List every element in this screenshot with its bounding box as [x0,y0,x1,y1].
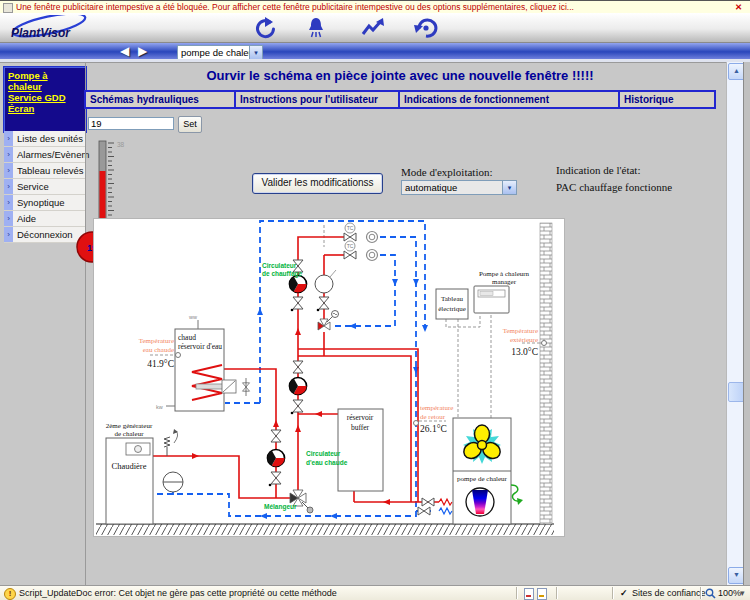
chevron-down-icon[interactable]: ▾ [249,46,262,59]
three-way-valve[interactable] [318,311,339,331]
sidebar-quicklinks: Pompe à chaleur Service GDD Écran [4,67,86,132]
valve[interactable] [271,430,281,442]
valve[interactable] [344,233,356,241]
sidebar-item-tableau-releves[interactable]: ›Tableau relevés [4,163,85,179]
mode-label: Mode d'exploitation: [401,166,493,178]
circulateur-chauffage-line2: de chauffage [262,270,302,278]
circulateur-chauffage-line1: Circulateur [262,262,297,269]
temp-retour-value: 26.1°C [420,424,447,434]
sidebar-item-liste-des-unites[interactable]: ›Liste des unités [4,131,85,147]
security-zone[interactable]: Sites de confiance [632,588,706,598]
tableau-label-line1: Tableau [441,295,464,303]
pump-circulateur-eau-chaude[interactable] [267,450,284,467]
history-replay-icon[interactable] [412,16,440,40]
ground [96,524,554,535]
sidebar-link-pompe-a-chaleur[interactable]: Pompe à chaleur [8,70,82,92]
validate-button[interactable]: Valider les modificationss [252,173,383,194]
navigation-bar [0,43,750,59]
tab-instructions[interactable]: Instructions pour l'utilisateur [236,92,400,107]
sidebar-item-deconnexion[interactable]: ›Déconnexion [4,227,85,243]
plantvisor-logo: PlantVisor [5,15,95,42]
sidebar-link-service-gdd[interactable]: Service GDD [8,92,82,103]
svg-text:TC: TC [347,243,354,249]
valve[interactable] [271,472,281,484]
nav-forward-icon[interactable]: ▶ [138,44,147,58]
tab-historique[interactable]: Historique [620,92,714,107]
popup-blocked-message[interactable]: Une fenêtre publicitaire intempestive a … [16,2,574,12]
return-temp-sensor [414,421,419,426]
arrow-right-icon: › [4,179,13,194]
sidebar-item-service[interactable]: ›Service [4,179,85,195]
circulateur-eau-chaude-line1: Circulateur [306,450,341,457]
zoom-caret-icon[interactable]: ▾ [740,588,745,598]
mode-dropdown[interactable]: automatique ▾ [401,180,517,195]
arrow-right-icon: › [4,195,13,210]
safety-valve [164,429,178,456]
valve[interactable] [319,297,329,309]
vertical-scrollbar[interactable]: ▲ ▼ [726,62,744,585]
arrow-right-icon: › [4,131,13,146]
arrow-right-icon: › [4,227,13,242]
valve[interactable] [344,251,356,259]
zoom-magnifier-icon[interactable] [705,588,716,599]
zoom-level[interactable]: 100% [718,588,741,598]
svg-text:TC: TC [347,225,354,231]
valve[interactable] [422,498,434,506]
tab-indications[interactable]: Indications de fonctionnement [400,92,620,107]
unit-select-dropdown[interactable]: pompe de chaleur ▾ [177,45,263,60]
tab-bar: Schémas hydrauliques Instructions pour l… [84,90,716,109]
setpoint-input[interactable] [88,117,174,130]
pump-circulateur-chauffage[interactable] [289,276,306,293]
popup-blocked-icon [3,3,13,13]
chevron-down-icon[interactable]: ▾ [502,181,516,194]
temp-retour-line1: température [420,404,453,412]
refresh-icon[interactable] [252,16,278,40]
mode-value: automatique [405,182,457,193]
pump-secondary[interactable] [289,378,306,395]
close-icon[interactable]: ✕ [735,2,742,12]
temp-eau-chaude-value: 41.9°C [147,359,174,369]
temp-ext-line1: Température [503,327,538,335]
manager-label-line2: manager [492,278,517,286]
tc-instrument: TC [345,241,355,251]
exhaust-arrow [511,485,523,505]
page-title: Ourvir le schéma en pièce jointe avec un… [86,68,714,83]
gauge [367,250,378,261]
sidebar-item-synoptique[interactable]: ›Synoptique [4,195,85,211]
expansion-vessel [163,472,183,492]
boiler: Chaudière 2ème générateur de chaleur [106,422,153,524]
boiler-label: Chaudière [112,461,147,471]
tab-schemas-hydrauliques[interactable]: Schémas hydrauliques [86,92,236,107]
valve[interactable] [293,361,303,373]
hydraulic-schematic: chaud réservoir d'eau ww kw Température … [93,218,565,537]
trend-chart-icon[interactable] [360,16,386,40]
valve[interactable] [418,507,430,515]
valve[interactable] [293,297,303,309]
sidebar-item-aide[interactable]: ›Aide [4,211,85,227]
alarm-bell-icon[interactable] [303,16,329,40]
buffer-label-line2: buffer [351,423,370,432]
thermometer-max: 38 [117,141,125,148]
status-bar: ! Script_UpdateDoc error: Cet objet ne g… [0,585,750,600]
arrow-right-icon: › [4,147,13,162]
tank-label-line1: chaud [178,333,196,342]
state-label: Indication de l'état: [556,164,640,176]
popup-blocked-bar[interactable]: Une fenêtre publicitaire intempestive a … [0,0,750,14]
separator-vessel [315,270,336,293]
valve[interactable] [293,400,303,412]
nav-back-icon[interactable]: ◀ [120,44,129,58]
kw-label: kw [156,404,163,410]
manager-label-line1: Pompe à chaleurn [479,270,530,278]
wall [540,223,552,524]
temp-retour-line2: de retour [420,413,446,421]
temp-eau-chaude-line1: Température [139,337,174,345]
sidebar-item-alarmes[interactable]: ›Alarmes/Evènem [4,147,85,163]
temp-eau-chaude-line2: eau chaude [143,346,174,354]
gauge [367,232,378,243]
sidebar-link-ecran[interactable]: Écran [8,103,82,114]
toolbar: PlantVisor [0,13,750,43]
set-button[interactable]: Set [178,116,202,133]
nav-divider [0,59,750,63]
script-error-text: Script_UpdateDoc error: Cet objet ne gèr… [19,588,337,598]
tableau-label-line2: électrique [438,305,466,313]
